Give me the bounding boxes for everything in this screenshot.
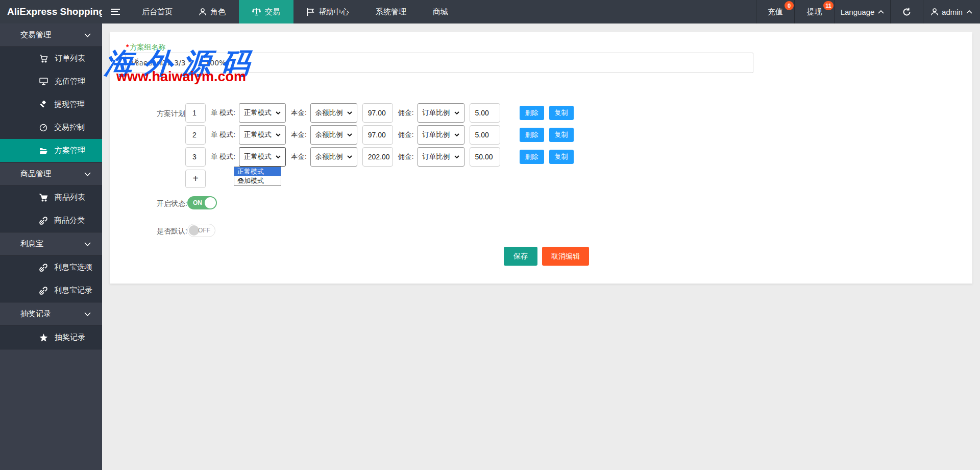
nav-item-trade[interactable]: 交易 <box>239 0 293 24</box>
group-name-label: *方案组名称 <box>126 43 165 52</box>
chevron-down-icon <box>276 133 281 136</box>
commission-amount-input[interactable]: 5.00 <box>470 103 500 123</box>
commission-type-select[interactable]: 订单比例 <box>418 125 464 145</box>
copy-row-button[interactable]: 复制 <box>549 128 574 142</box>
sidebar-item-label: 利息宝选项 <box>54 263 92 272</box>
copy-row-button[interactable]: 复制 <box>549 150 574 164</box>
sidebar-item-label: 抽奖记录 <box>55 333 85 342</box>
mode-select-value: 正常模式 <box>244 152 272 161</box>
commission-amount-input[interactable]: 50.00 <box>470 147 500 167</box>
chevron-down-icon <box>347 155 352 158</box>
commission-type-select[interactable]: 订单比例 <box>418 103 464 123</box>
sidebar-item-order-list[interactable]: 订单列表 <box>0 47 102 70</box>
nav-item-label: 帮助中心 <box>318 7 349 17</box>
sidebar-item-goods-category[interactable]: 商品分类 <box>0 209 102 232</box>
nav-item-system[interactable]: 系统管理 <box>362 0 420 24</box>
principal-amount-input[interactable]: 97.00 <box>362 103 393 123</box>
principal-label: 本金: <box>291 108 307 118</box>
top-navbar: AliExpress Shopping... 后台首页 角色 交易 <box>0 0 980 24</box>
recharge-notifications[interactable]: 充值 0 <box>756 0 794 24</box>
status-label: 开启状态: <box>140 199 187 208</box>
sidebar: 交易管理 订单列表 充值管理 提现管理 交易控制 方案管理 <box>0 24 102 470</box>
sidebar-group-trade[interactable]: 交易管理 <box>0 24 102 46</box>
plan-edit-form-card: *方案组名称 海外源码 www.haiwaiym.com 方案计划: 1 单 模… <box>110 32 972 284</box>
mode-select[interactable]: 正常模式 <box>239 125 286 145</box>
plan-index-input[interactable]: 2 <box>185 125 206 145</box>
principal-type-value: 余额比例 <box>315 130 343 139</box>
link-icon <box>39 287 47 295</box>
chevron-down-icon <box>454 133 459 136</box>
user-icon <box>199 8 206 16</box>
principal-amount-input[interactable]: 202.00 <box>362 147 393 167</box>
principal-amount-input[interactable]: 97.00 <box>362 125 393 145</box>
sidebar-item-withdraw-mgmt[interactable]: 提现管理 <box>0 93 102 116</box>
commission-label: 佣金: <box>398 130 414 139</box>
sidebar-item-interest-options[interactable]: 利息宝选项 <box>0 256 102 279</box>
cart-icon <box>39 55 48 63</box>
withdraw-notifications[interactable]: 提现 11 <box>794 0 834 24</box>
default-toggle-off[interactable]: OFF <box>187 224 215 237</box>
commission-type-select[interactable]: 订单比例 <box>418 147 464 167</box>
cart-icon <box>39 194 48 202</box>
withdraw-badge: 11 <box>823 1 834 10</box>
mode-select[interactable]: 正常模式 <box>239 103 286 123</box>
main-content: *方案组名称 海外源码 www.haiwaiym.com 方案计划: 1 单 模… <box>102 24 980 470</box>
copy-row-button[interactable]: 复制 <box>549 106 574 120</box>
link-icon <box>39 217 47 225</box>
nav-item-label: 角色 <box>210 7 226 17</box>
sidebar-group-goods-children: 商品列表 商品分类 <box>0 185 102 232</box>
nav-item-home[interactable]: 后台首页 <box>129 0 186 24</box>
sidebar-group-label: 交易管理 <box>20 30 51 40</box>
plan-row: 3 单 模式: 正常模式 本金: 余额比例 202.00 佣金: 订单比例 <box>185 147 574 167</box>
dropdown-option-normal[interactable]: 正常模式 <box>234 167 281 176</box>
commission-label: 佣金: <box>398 152 414 161</box>
cancel-edit-button[interactable]: 取消编辑 <box>542 247 589 266</box>
chevron-down-icon <box>84 33 91 37</box>
delete-row-button[interactable]: 删除 <box>520 128 544 142</box>
chevron-up-icon <box>878 10 884 14</box>
group-name-input[interactable] <box>125 53 753 73</box>
plan-index-input[interactable]: 3 <box>185 147 206 167</box>
dropdown-option-stack[interactable]: 叠加模式 <box>234 176 281 185</box>
sidebar-group-label: 利息宝 <box>20 239 43 249</box>
default-label: 是否默认: <box>140 227 187 236</box>
toggle-off-text: OFF <box>198 227 210 234</box>
sidebar-item-plan-mgmt[interactable]: 方案管理 <box>0 139 102 162</box>
principal-type-select[interactable]: 余额比例 <box>310 125 357 145</box>
delete-row-button[interactable]: 删除 <box>520 150 544 164</box>
gauge-icon <box>39 124 47 132</box>
language-dropdown[interactable]: Language <box>834 0 890 24</box>
sidebar-collapse-button[interactable] <box>102 0 129 24</box>
add-row-button[interactable]: + <box>185 170 206 188</box>
mode-select[interactable]: 正常模式 <box>239 147 286 167</box>
plan-row: 2 单 模式: 正常模式 本金: 余额比例 97.00 佣金: 订单比例 <box>185 125 574 145</box>
nav-item-help-center[interactable]: 帮助中心 <box>293 0 362 24</box>
principal-type-select[interactable]: 余额比例 <box>310 103 357 123</box>
sidebar-item-label: 充值管理 <box>55 77 85 86</box>
admin-user-menu[interactable]: admin <box>923 0 980 24</box>
sidebar-item-label: 提现管理 <box>54 100 85 109</box>
nav-item-roles[interactable]: 角色 <box>186 0 239 24</box>
refresh-button[interactable] <box>890 0 923 24</box>
delete-row-button[interactable]: 删除 <box>520 106 544 120</box>
mode-select-open-dropdown: 正常模式 叠加模式 <box>234 167 281 186</box>
sidebar-item-trade-control[interactable]: 交易控制 <box>0 116 102 139</box>
sidebar-group-interest[interactable]: 利息宝 <box>0 232 102 255</box>
sidebar-group-goods[interactable]: 商品管理 <box>0 162 102 185</box>
save-button[interactable]: 保存 <box>504 247 537 266</box>
plan-index-input[interactable]: 1 <box>185 103 206 123</box>
status-toggle-on[interactable]: ON <box>187 196 217 209</box>
recharge-badge: 0 <box>785 1 794 10</box>
principal-type-value: 余额比例 <box>315 108 343 118</box>
sidebar-item-goods-list[interactable]: 商品列表 <box>0 186 102 209</box>
sidebar-item-label: 订单列表 <box>55 54 85 63</box>
sidebar-item-recharge-mgmt[interactable]: 充值管理 <box>0 70 102 93</box>
principal-type-select[interactable]: 余额比例 <box>310 147 357 167</box>
chevron-down-icon <box>84 172 91 176</box>
sidebar-group-lottery[interactable]: 抽奖记录 <box>0 302 102 325</box>
sidebar-item-interest-records[interactable]: 利息宝记录 <box>0 279 102 302</box>
sidebar-item-lottery-records[interactable]: 抽奖记录 <box>0 326 102 349</box>
commission-amount-input[interactable]: 5.00 <box>470 125 500 145</box>
sidebar-group-interest-children: 利息宝选项 利息宝记录 <box>0 255 102 302</box>
nav-item-mall[interactable]: 商城 <box>420 0 461 24</box>
